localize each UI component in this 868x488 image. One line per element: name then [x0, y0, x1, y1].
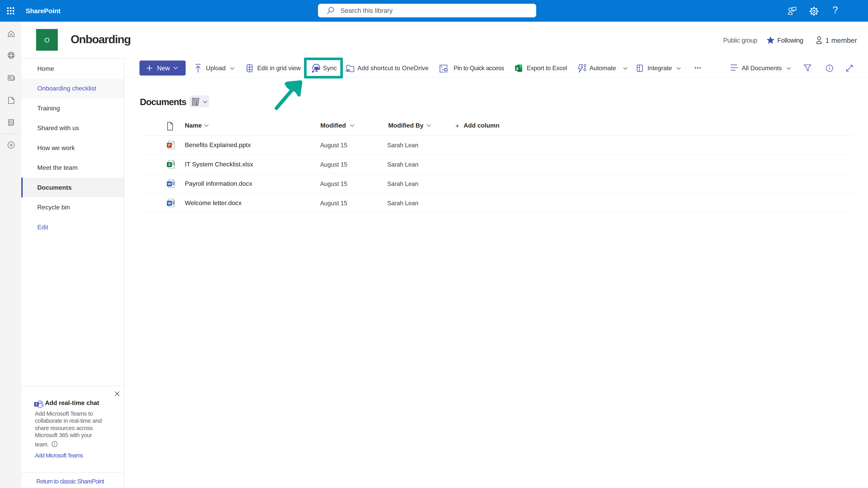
svg-text:W: W — [168, 201, 171, 205]
svg-text:X: X — [168, 163, 170, 167]
svg-text:T: T — [35, 402, 37, 406]
svg-text:X: X — [516, 66, 519, 71]
svg-text:P: P — [168, 143, 170, 147]
svg-text:W: W — [168, 182, 171, 186]
